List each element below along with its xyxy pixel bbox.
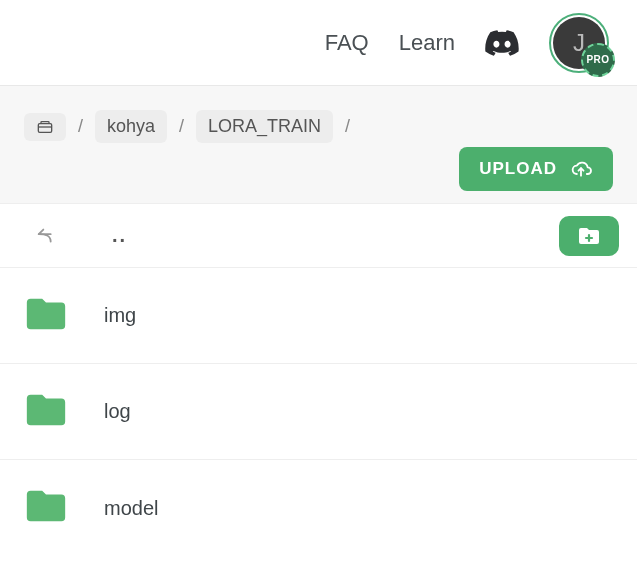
file-list: .. img log model — [0, 203, 637, 556]
folder-icon — [20, 483, 72, 533]
breadcrumb-item-1[interactable]: LORA_TRAIN — [196, 110, 333, 143]
breadcrumb-bar: / kohya / LORA_TRAIN / UPLOAD — [0, 85, 637, 203]
file-row[interactable]: log — [0, 364, 637, 460]
breadcrumb-item-0[interactable]: kohya — [95, 110, 167, 143]
user-avatar[interactable]: J PRO — [549, 13, 609, 73]
breadcrumb-separator: / — [78, 116, 83, 137]
breadcrumb-separator: / — [345, 116, 350, 137]
breadcrumb: / kohya / LORA_TRAIN / — [24, 110, 613, 143]
back-icon[interactable] — [36, 225, 58, 247]
pro-badge: PRO — [581, 43, 615, 77]
breadcrumb-root[interactable] — [24, 113, 66, 141]
nav-learn[interactable]: Learn — [399, 30, 455, 56]
folder-plus-icon — [574, 224, 604, 248]
file-row[interactable]: model — [0, 460, 637, 556]
file-name: model — [104, 497, 158, 520]
svg-rect-0 — [38, 123, 51, 132]
nav-faq[interactable]: FAQ — [325, 30, 369, 56]
parent-directory[interactable]: .. — [112, 224, 127, 247]
upload-button-label: UPLOAD — [479, 159, 557, 179]
folder-icon — [20, 291, 72, 341]
file-row[interactable]: img — [0, 268, 637, 364]
new-folder-button[interactable] — [559, 216, 619, 256]
breadcrumb-separator: / — [179, 116, 184, 137]
action-row: .. — [0, 204, 637, 268]
folder-icon — [20, 387, 72, 437]
cloud-upload-icon — [569, 159, 593, 179]
top-nav: FAQ Learn J PRO — [0, 0, 637, 85]
upload-button[interactable]: UPLOAD — [459, 147, 613, 191]
file-name: log — [104, 400, 131, 423]
file-name: img — [104, 304, 136, 327]
discord-icon[interactable] — [485, 30, 519, 56]
